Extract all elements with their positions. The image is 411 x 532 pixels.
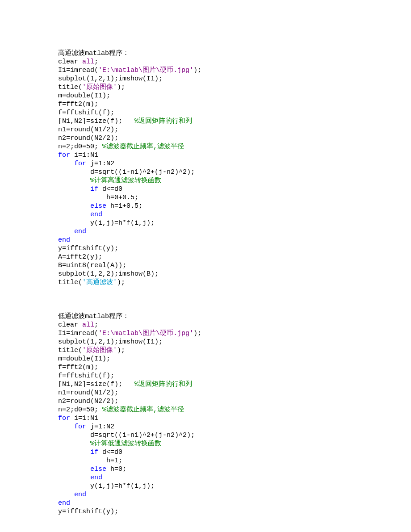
code-line: n=2;d0=50; %滤波器截止频率,滤波半径 <box>58 142 411 151</box>
block2-heading: 低通滤波matlab程序： <box>58 312 411 321</box>
blank-line <box>58 287 411 295</box>
code-line: d=sqrt((i-n1)^2+(j-n2)^2); <box>58 168 411 176</box>
code-line: n2=round(N2/2); <box>58 397 411 406</box>
code-line: f=fft2(m); <box>58 363 411 372</box>
heading-cn: 高通滤波 <box>58 50 85 57</box>
code-line: title('高通滤波'); <box>58 278 411 287</box>
code-line: y(i,j)=h*f(i,j); <box>58 219 411 227</box>
code-line: m=double(I1); <box>58 92 411 100</box>
code-line: subplot(1,2,1);imshow(I1); <box>58 338 411 346</box>
code-line: n1=round(N1/2); <box>58 126 411 134</box>
code-line: end <box>58 210 411 219</box>
code-line: A=ifft2(y); <box>58 253 411 261</box>
heading-cn: 低通滤波 <box>58 313 85 320</box>
code-line: if d<=d0 <box>58 448 411 457</box>
code-line: d=sqrt((i-n1)^2+(j-n2)^2); <box>58 431 411 440</box>
code-line: end <box>58 490 411 499</box>
code-line: if d<=d0 <box>58 185 411 193</box>
code-line: h=0+0.5; <box>58 193 411 202</box>
code-line: %计算低通滤波转换函数 <box>58 440 411 448</box>
blank-line <box>58 304 411 312</box>
code-line: end <box>58 499 411 507</box>
code-line: title('原始图像'); <box>58 83 411 92</box>
code-line: [N1,N2]=size(f); %返回矩阵的行和列 <box>58 117 411 126</box>
code-line: B=uint8(real(A)); <box>58 261 411 270</box>
code-line: m=double(I1); <box>58 355 411 363</box>
code-line: else h=0; <box>58 465 411 473</box>
code-line: f=fftshift(f); <box>58 372 411 380</box>
code-line: f=fftshift(f); <box>58 109 411 117</box>
blank-line <box>58 295 411 304</box>
code-line: y(i,j)=h*f(i,j); <box>58 482 411 490</box>
code-line: y=ifftshift(y); <box>58 244 411 253</box>
code-line: n2=round(N2/2); <box>58 134 411 142</box>
document-page: 高通滤波matlab程序： clear all; I1=imread('E:\m… <box>0 0 411 516</box>
code-line: n1=round(N1/2); <box>58 389 411 397</box>
code-line: h=1; <box>58 457 411 465</box>
code-line: f=fft2(m); <box>58 100 411 109</box>
code-line: I1=imread('E:\matlab\图片\硬币.jpg'); <box>58 329 411 338</box>
code-line: I1=imread('E:\matlab\图片\硬币.jpg'); <box>58 66 411 75</box>
code-line: for i=1:N1 <box>58 414 411 423</box>
code-line: subplot(1,2,2);imshow(B); <box>58 270 411 278</box>
code-line: title('原始图像'); <box>58 346 411 355</box>
code-line: for i=1:N1 <box>58 151 411 159</box>
code-line: else h=1+0.5; <box>58 202 411 210</box>
code-line: y=ifftshift(y); <box>58 507 411 516</box>
code-line: end <box>58 236 411 244</box>
code-line: [N1,N2]=size(f); %返回矩阵的行和列 <box>58 380 411 389</box>
code-line: clear all; <box>58 58 411 66</box>
heading-en: matlab <box>85 313 109 320</box>
code-line: for j=1:N2 <box>58 159 411 168</box>
code-line: clear all; <box>58 321 411 329</box>
block1-heading: 高通滤波matlab程序： <box>58 49 411 58</box>
heading-colon: 程序： <box>109 50 129 57</box>
code-line: end <box>58 473 411 482</box>
code-line: for j=1:N2 <box>58 423 411 431</box>
code-line: %计算高通滤波转换函数 <box>58 176 411 185</box>
heading-colon: 程序： <box>109 313 129 320</box>
heading-en: matlab <box>85 50 109 57</box>
code-line: subplot(1,2,1);imshow(I1); <box>58 75 411 83</box>
code-line: end <box>58 227 411 236</box>
code-line: n=2;d0=50; %滤波器截止频率,滤波半径 <box>58 406 411 414</box>
